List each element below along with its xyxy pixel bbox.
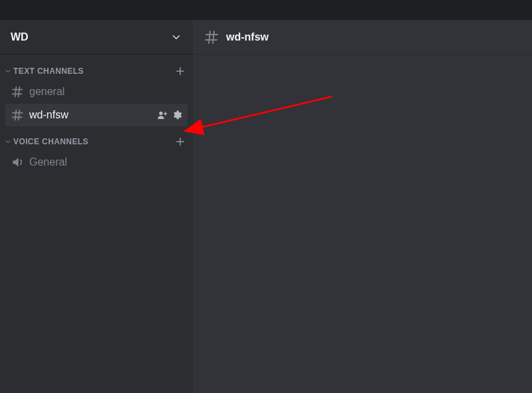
app-body: WD Text Channels	[0, 20, 532, 393]
channel-header: wd-nfsw	[193, 20, 532, 55]
hash-icon	[11, 85, 24, 98]
hash-icon	[11, 108, 24, 122]
header-channel-name: wd-nfsw	[226, 31, 269, 43]
category-label: Voice Channels	[13, 137, 88, 146]
channel-name-label: wd-nfsw	[29, 109, 68, 121]
create-channel-button[interactable]	[174, 65, 186, 77]
channel-name-label: general	[29, 86, 65, 98]
channel-general[interactable]: general	[5, 80, 188, 103]
category-label: Text Channels	[13, 66, 84, 76]
voice-channel-general[interactable]: General	[5, 151, 188, 174]
window-titlebar	[0, 0, 532, 20]
category-voice-channels[interactable]: Voice Channels	[0, 133, 193, 150]
speaker-icon	[11, 156, 24, 169]
svg-point-0	[159, 112, 162, 115]
main-content: wd-nfsw	[193, 20, 532, 393]
gear-icon[interactable]	[172, 110, 182, 120]
chevron-down-small-icon	[4, 67, 12, 75]
server-name: WD	[11, 31, 29, 43]
chevron-down-icon	[170, 31, 182, 43]
create-invite-icon[interactable]	[157, 110, 168, 120]
hash-icon	[203, 29, 219, 45]
channel-list: Text Channels general	[0, 55, 193, 174]
channel-sidebar: WD Text Channels	[0, 20, 193, 393]
chevron-down-small-icon	[4, 138, 12, 146]
create-voice-channel-button[interactable]	[174, 136, 186, 148]
voice-channel-name-label: General	[29, 156, 67, 168]
channel-wd-nfsw[interactable]: wd-nfsw	[5, 104, 188, 126]
category-text-channels[interactable]: Text Channels	[0, 63, 193, 80]
server-header[interactable]: WD	[0, 20, 193, 55]
